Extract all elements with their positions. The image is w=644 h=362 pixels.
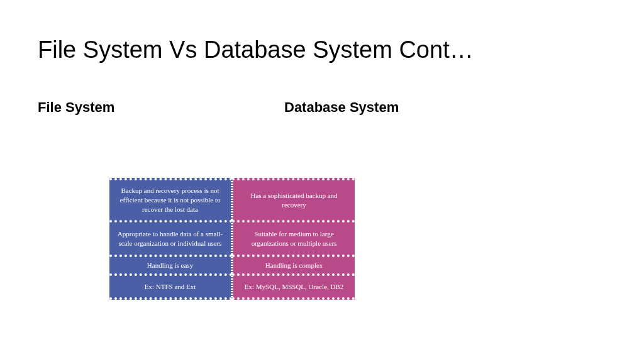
- table-cell: Handling is complex: [232, 255, 355, 273]
- table-cell: Appropriate to handle data of a small-sc…: [109, 220, 232, 255]
- file-system-header: File System: [38, 99, 114, 116]
- table-cell: Handling is easy: [109, 255, 232, 273]
- table-cell: Ex: MySQL, MSSQL, Oracle, DB2: [232, 273, 355, 300]
- table-cell: Has a sophisticated backup and recovery: [232, 178, 355, 220]
- database-system-header: Database System: [284, 99, 399, 116]
- database-system-column: Has a sophisticated backup and recovery …: [232, 178, 355, 300]
- table-cell: Suitable for medium to large organizatio…: [232, 220, 355, 255]
- slide-title: File System Vs Database System Cont…: [38, 36, 474, 63]
- table-cell: Backup and recovery process is not effic…: [109, 178, 232, 220]
- comparison-table: Backup and recovery process is not effic…: [109, 178, 355, 300]
- table-cell: Ex: NTFS and Ext: [109, 273, 232, 300]
- file-system-column: Backup and recovery process is not effic…: [109, 178, 232, 300]
